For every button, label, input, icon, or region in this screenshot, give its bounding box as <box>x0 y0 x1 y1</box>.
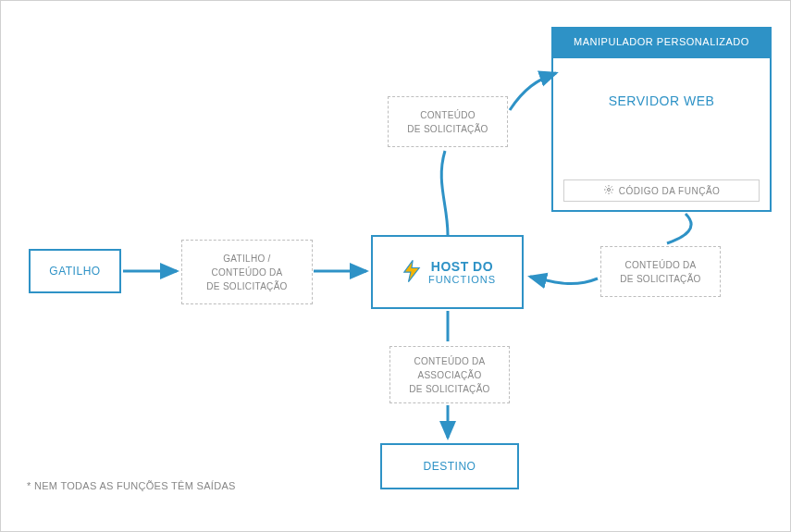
custom-handler-label: MANIPULADOR PERSONALIZADO <box>574 36 749 47</box>
footnote-text: * NEM TODAS AS FUNÇÕES TÊM SAÍDAS <box>27 480 236 491</box>
binding-payload-l3: DE SOLICITAÇÃO <box>409 382 489 396</box>
response-payload-l2: DE SOLICITAÇÃO <box>620 272 700 286</box>
functions-host-l1: HOST DO <box>428 259 496 274</box>
request-payload-l1: CONTEÚDO <box>420 108 476 122</box>
destination-label: DESTINO <box>424 460 476 473</box>
trigger-payload-l1: GATILHO / <box>223 252 270 266</box>
binding-payload-l2: ASSOCIAÇÃO <box>417 368 481 382</box>
binding-payload-box: CONTEÚDO DA ASSOCIAÇÃO DE SOLICITAÇÃO <box>389 346 510 403</box>
trigger-payload-l2: CONTEÚDO DA <box>211 266 282 279</box>
trigger-payload-box: GATILHO / CONTEÚDO DA DE SOLICITAÇÃO <box>181 240 313 304</box>
request-payload-l2: DE SOLICITAÇÃO <box>407 122 488 136</box>
lightning-icon <box>399 258 425 287</box>
functions-host-box: HOST DO FUNCTIONS <box>371 235 524 309</box>
function-code-label: CÓDIGO DA FUNÇÃO <box>619 186 721 196</box>
response-payload-box: CONTEÚDO DA DE SOLICITAÇÃO <box>600 246 721 297</box>
function-code-box: CÓDIGO DA FUNÇÃO <box>563 179 760 202</box>
trigger-payload-l3: DE SOLICITAÇÃO <box>206 279 287 293</box>
request-payload-box: CONTEÚDO DE SOLICITAÇÃO <box>388 96 508 147</box>
custom-handler-header: MANIPULADOR PERSONALIZADO <box>551 27 772 56</box>
destination-box: DESTINO <box>380 443 519 489</box>
functions-host-l2: FUNCTIONS <box>428 274 496 286</box>
response-payload-l1: CONTEÚDO DA <box>624 258 696 272</box>
binding-payload-l1: CONTEÚDO DA <box>414 354 485 368</box>
trigger-label: GATILHO <box>49 265 100 278</box>
gear-icon <box>603 184 614 197</box>
trigger-box: GATILHO <box>29 249 121 293</box>
svg-point-0 <box>607 189 610 192</box>
diagram-frame: GATILHO GATILHO / CONTEÚDO DA DE SOLICIT… <box>0 0 791 532</box>
web-server-label: SERVIDOR WEB <box>609 93 715 108</box>
